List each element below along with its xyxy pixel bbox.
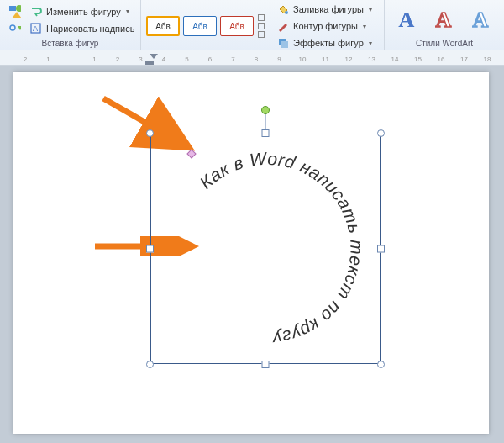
- ruler-tick: 3: [139, 55, 142, 63]
- ruler-tick: 6: [208, 55, 212, 63]
- rotation-handle-icon[interactable]: [261, 106, 270, 114]
- svg-point-1: [16, 5, 21, 12]
- rotation-stem: [265, 113, 266, 130]
- shape-fill-label: Заливка фигуры: [293, 4, 364, 14]
- svg-text:A: A: [33, 24, 38, 33]
- curved-text: Как в Word написать текст по кругу: [196, 148, 366, 349]
- group-title-wordart: Стили WordArt: [390, 38, 499, 50]
- group-insert-shapes: Изменить фигуру ▾ A Нарисовать надпись В…: [0, 0, 141, 50]
- ruler-tick: 1: [46, 55, 50, 63]
- dropdown-icon: ▾: [363, 23, 366, 30]
- svg-point-3: [10, 25, 15, 30]
- ruler-tick: 8: [255, 55, 258, 63]
- svg-rect-9: [281, 41, 288, 48]
- shape-gallery-icon[interactable]: [5, 4, 24, 19]
- ruler-tick: 18: [484, 55, 491, 63]
- indent-marker-top-icon[interactable]: [150, 54, 158, 59]
- shape-effects-button[interactable]: Эффекты фигур▾: [274, 35, 375, 50]
- svg-marker-2: [12, 12, 21, 18]
- effects-icon: [276, 36, 290, 50]
- ruler-tick: 12: [345, 55, 353, 63]
- document-area: Как в Word написать текст по кругу: [0, 66, 504, 443]
- ruler-tick: 2: [116, 55, 119, 63]
- svg-marker-4: [18, 26, 21, 30]
- ruler-tick: 16: [438, 55, 445, 63]
- curved-text-svg: Как в Word написать текст по кругу: [150, 134, 381, 364]
- ruler-tick: 7: [231, 55, 234, 63]
- edit-shape-icon: [29, 5, 43, 18]
- indent-marker-bottom-icon[interactable]: [145, 61, 154, 65]
- ruler-tick: 11: [322, 55, 329, 63]
- page[interactable]: Как в Word написать текст по кругу: [13, 72, 489, 434]
- ruler-tick: 14: [391, 55, 399, 63]
- ruler-tick: 4: [162, 55, 165, 63]
- shape-fill-button[interactable]: Заливка фигуры▾: [274, 2, 375, 17]
- wordart-style-2[interactable]: A: [427, 6, 460, 34]
- ruler[interactable]: 21123456789101112131415161718: [0, 50, 504, 66]
- ruler-tick: 2: [24, 55, 27, 63]
- ruler-tick: 9: [277, 55, 281, 63]
- ruler-tick: 1: [92, 55, 96, 63]
- gallery-down-icon[interactable]: [258, 23, 265, 29]
- shape-outline-label: Контур фигуры: [293, 21, 358, 31]
- group-wordart-styles: A A A Стили WordArt: [385, 0, 504, 50]
- gallery-more-icon[interactable]: [258, 31, 265, 38]
- dropdown-icon: ▾: [369, 40, 372, 47]
- svg-rect-0: [9, 6, 16, 11]
- wordart-style-1[interactable]: A: [390, 6, 423, 34]
- ruler-tick: 15: [414, 55, 422, 63]
- gallery-up-icon[interactable]: [258, 14, 265, 21]
- ruler-tick: 17: [460, 55, 468, 63]
- pen-icon: [276, 19, 290, 33]
- svg-point-7: [285, 11, 288, 14]
- ruler-tick: 5: [185, 55, 188, 63]
- edit-shape-label: Изменить фигуру: [46, 7, 121, 17]
- wordart-style-3[interactable]: A: [464, 6, 497, 34]
- dropdown-icon: ▾: [126, 8, 129, 15]
- shape-effects-label: Эффекты фигур: [293, 38, 364, 48]
- edit-shape-button[interactable]: Изменить фигуру ▾: [27, 4, 137, 19]
- shape-style-1[interactable]: Абв: [146, 16, 180, 36]
- shape-style-3[interactable]: Абв: [220, 16, 254, 36]
- group-title-insert: Вставка фигур: [5, 38, 135, 50]
- ruler-tick: 10: [299, 55, 307, 63]
- shape-outline-button[interactable]: Контур фигуры▾: [274, 18, 375, 34]
- ruler-tick: 13: [368, 55, 375, 63]
- shape-gallery-more-icon[interactable]: [5, 21, 24, 36]
- draw-textbox-button[interactable]: A Нарисовать надпись: [27, 21, 137, 36]
- selected-shape[interactable]: Как в Word написать текст по кругу: [144, 127, 387, 371]
- bucket-icon: [276, 3, 290, 16]
- group-shape-styles: Абв Абв Абв Заливка фигуры▾ Контур фигур…: [141, 0, 385, 50]
- textbox-icon: A: [29, 22, 43, 35]
- shape-style-2[interactable]: Абв: [183, 16, 217, 36]
- dropdown-icon: ▾: [369, 6, 372, 13]
- ribbon: Изменить фигуру ▾ A Нарисовать надпись В…: [0, 0, 504, 50]
- draw-textbox-label: Нарисовать надпись: [46, 24, 134, 34]
